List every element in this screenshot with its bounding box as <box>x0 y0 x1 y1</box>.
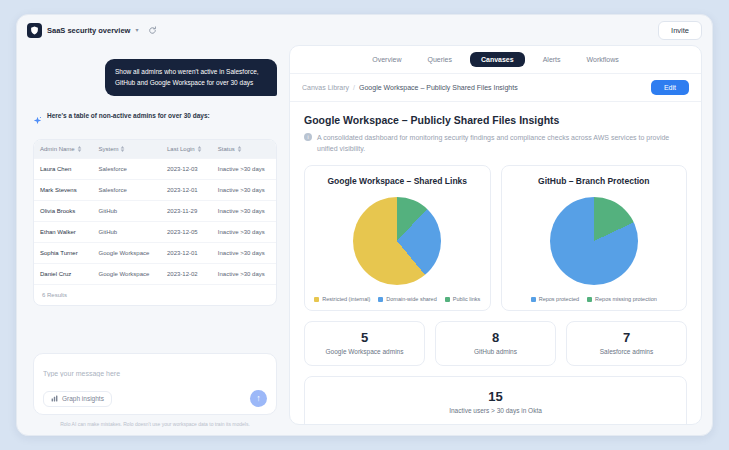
send-button[interactable]: ↑ <box>250 390 267 407</box>
chart-title: Google Workspace – Shared Links <box>313 176 482 186</box>
table-row: Laura Chen Salesforce 2023-12-03 Inactiv… <box>34 159 276 180</box>
message-input[interactable] <box>43 370 267 377</box>
graph-insights-button[interactable]: Graph insights <box>43 391 112 407</box>
cell-system: Google Workspace <box>92 243 161 264</box>
stat-card-google-admins: 5 Google Workspace admins <box>304 321 425 366</box>
chevron-down-icon[interactable]: ▾ <box>135 27 138 33</box>
stat-card-github-admins: 8 GitHub admins <box>435 321 556 366</box>
sort-icon[interactable] <box>77 146 82 152</box>
tab-queries[interactable]: Queries <box>419 52 460 67</box>
cell-admin-name: Mark Stevens <box>34 180 92 201</box>
ai-disclaimer: Rolo AI can make mistakes. Rolo doesn't … <box>33 421 277 427</box>
breadcrumb-separator: / <box>353 84 355 91</box>
workspace-switcher[interactable]: SaaS security overview ▾ <box>27 23 157 38</box>
pie-chart-shared-links <box>353 197 441 285</box>
assistant-intro-text: Here's a table of non-active admins for … <box>47 111 210 119</box>
cell-status: Inactive >30 days <box>212 264 276 285</box>
page-title: Google Workspace – Publicly Shared Files… <box>304 114 687 126</box>
stat-label: GitHub admins <box>442 348 549 355</box>
tabs-bar: Overview Queries Canvases Alerts Workflo… <box>290 46 701 74</box>
header-system[interactable]: System <box>92 140 161 159</box>
stat-value: 8 <box>442 330 549 345</box>
cell-status: Inactive >30 days <box>212 222 276 243</box>
tab-workflows[interactable]: Workflows <box>579 52 627 67</box>
results-count: 6 Results <box>34 284 276 305</box>
sort-icon[interactable] <box>120 146 125 152</box>
sort-icon[interactable] <box>237 146 242 152</box>
cell-system: Salesforce <box>92 159 161 180</box>
canvas-content: Google Workspace – Publicly Shared Files… <box>290 102 701 424</box>
table-row: Sophia Turner Google Workspace 2023-12-0… <box>34 243 276 264</box>
table-header-row: Admin Name System Last Login Status <box>34 140 276 159</box>
user-message-bubble: Show all admins who weren't active in Sa… <box>105 59 277 96</box>
cell-status: Inactive >30 days <box>212 159 276 180</box>
app-logo-icon <box>27 23 42 38</box>
stat-label: Salesforce admins <box>573 348 680 355</box>
table-row: Olivia Brooks GitHub 2023-11-29 Inactive… <box>34 201 276 222</box>
assistant-message: Here's a table of non-active admins for … <box>33 111 277 129</box>
app-window: SaaS security overview ▾ Invite Show all… <box>16 14 713 436</box>
cell-last-login: 2023-11-29 <box>161 201 212 222</box>
breadcrumb-parent[interactable]: Canvas Library <box>302 84 349 91</box>
tab-overview[interactable]: Overview <box>364 52 409 67</box>
legend-item: Public links <box>445 296 481 302</box>
cell-last-login: 2023-12-02 <box>161 264 212 285</box>
stat-card-salesforce-admins: 7 Salesforce admins <box>566 321 687 366</box>
invite-button[interactable]: Invite <box>658 21 702 40</box>
tab-canvases[interactable]: Canvases <box>470 52 525 67</box>
legend-item: Repos protected <box>531 296 579 302</box>
tab-alerts[interactable]: Alerts <box>535 52 569 67</box>
charts-row: Google Workspace – Shared Links Restrict… <box>304 165 687 311</box>
cell-last-login: 2023-12-01 <box>161 180 212 201</box>
pie-chart-branch-protection <box>550 197 638 285</box>
refresh-icon[interactable] <box>148 26 157 35</box>
chart-title: GitHub – Branch Protection <box>510 176 679 186</box>
header-last-login[interactable]: Last Login <box>161 140 212 159</box>
breadcrumb-current: Google Workspace – Publicly Shared Files… <box>359 84 518 91</box>
cell-admin-name: Laura Chen <box>34 159 92 180</box>
chart-card-branch-protection: GitHub – Branch Protection Repos protect… <box>501 165 688 311</box>
chart-legend: Repos protected Repos missing protection <box>510 296 679 302</box>
legend-swatch <box>587 297 592 302</box>
cell-last-login: 2023-12-01 <box>161 243 212 264</box>
cell-system: Salesforce <box>92 180 161 201</box>
legend-swatch <box>378 297 383 302</box>
window-header: SaaS security overview ▾ Invite <box>17 15 712 45</box>
results-table-card: Admin Name System Last Login Status Laur… <box>33 139 277 306</box>
cell-status: Inactive >30 days <box>212 180 276 201</box>
cell-system: Google Workspace <box>92 264 161 285</box>
table-row: Daniel Cruz Google Workspace 2023-12-02 … <box>34 264 276 285</box>
description-text: A consolidated dashboard for monitoring … <box>317 133 687 154</box>
cell-admin-name: Ethan Walker <box>34 222 92 243</box>
legend-item: Restricted (internal) <box>314 296 370 302</box>
header-admin-name[interactable]: Admin Name <box>34 140 92 159</box>
sort-icon[interactable] <box>197 146 202 152</box>
cell-admin-name: Olivia Brooks <box>34 201 92 222</box>
workspace-title: SaaS security overview <box>47 26 130 35</box>
description-row: i A consolidated dashboard for monitorin… <box>304 133 687 154</box>
graph-insights-label: Graph insights <box>62 395 104 402</box>
message-composer: Graph insights ↑ <box>33 353 277 415</box>
header-status[interactable]: Status <box>212 140 276 159</box>
stat-value: 5 <box>311 330 418 345</box>
chart-card-shared-links: Google Workspace – Shared Links Restrict… <box>304 165 491 311</box>
legend-item: Domain-wide shared <box>378 296 436 302</box>
cell-system: GitHub <box>92 222 161 243</box>
sparkle-icon <box>33 111 42 129</box>
stat-label: Inactive users > 30 days in Okta <box>311 407 680 414</box>
legend-swatch <box>445 297 450 302</box>
edit-button[interactable]: Edit <box>651 80 689 95</box>
chat-panel: Show all admins who weren't active in Sa… <box>17 45 285 435</box>
legend-swatch <box>314 297 319 302</box>
breadcrumb-bar: Canvas Library / Google Workspace – Publ… <box>290 74 701 102</box>
cell-system: GitHub <box>92 201 161 222</box>
stat-value: 15 <box>311 389 680 404</box>
legend-item: Repos missing protection <box>587 296 657 302</box>
cell-last-login: 2023-12-05 <box>161 222 212 243</box>
cell-admin-name: Daniel Cruz <box>34 264 92 285</box>
info-icon: i <box>304 133 312 141</box>
table-row: Mark Stevens Salesforce 2023-12-01 Inact… <box>34 180 276 201</box>
stats-row: 5 Google Workspace admins 8 GitHub admin… <box>304 321 687 366</box>
legend-swatch <box>531 297 536 302</box>
stat-label: Google Workspace admins <box>311 348 418 355</box>
